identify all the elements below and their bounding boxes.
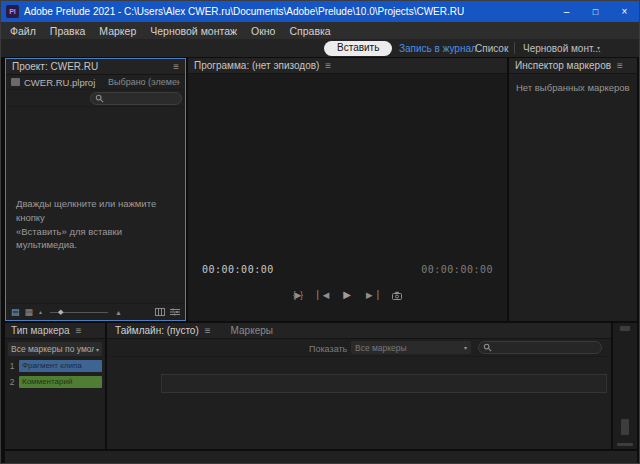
project-panel-header: Проект: CWER.RU ≡	[6, 59, 185, 75]
workspace-overflow-chevron-icon[interactable]: ▾	[597, 44, 600, 51]
inspector-panel-menu-icon[interactable]: ≡	[617, 61, 623, 71]
step-forward-icon[interactable]: ▶▕	[366, 291, 377, 300]
program-panel-header: Программа: (нет эпизодов) ≡	[188, 58, 507, 74]
ingest-button[interactable]: Вставить	[324, 41, 392, 56]
search-icon	[95, 94, 104, 103]
marker-type-row[interactable]: 1 Фрагмент клипа	[8, 360, 102, 372]
marker-type-panel-header: Тип маркера ≡	[5, 323, 105, 339]
tab-timeline[interactable]: Таймлайн: (пусто)	[115, 325, 199, 336]
timeline-panel-menu-icon[interactable]: ≡	[205, 326, 211, 336]
maximize-button[interactable]: □	[581, 1, 610, 22]
project-file-row[interactable]: CWER.RU.plproj Выбрано (элемент	[6, 75, 185, 90]
status-bar	[5, 451, 637, 463]
menu-bar: Файл Правка Маркер Черновой монтаж Окно …	[1, 22, 639, 39]
marker-type-row[interactable]: 2 Комментарий	[8, 376, 102, 388]
marker-type-shortcut: 2	[8, 377, 16, 387]
horizontal-scroll-handle[interactable]	[617, 443, 633, 446]
toolbar-divider	[514, 42, 515, 54]
play-icon[interactable]: ▶	[343, 290, 351, 300]
play-in-to-out-icon[interactable]: {▶}	[293, 291, 302, 300]
marker-inspector-panel: Инспектор маркеров ≡ Нет выбранных марке…	[509, 58, 637, 321]
menu-rough-cut[interactable]: Черновой монтаж	[143, 25, 244, 37]
chevron-down-icon: ▾	[96, 346, 99, 353]
marker-type-panel-title: Тип маркера	[11, 325, 70, 336]
thumbnail-zoom-slider[interactable]: ◆	[50, 312, 108, 313]
project-search-row	[6, 90, 185, 107]
project-panel-footer: ▤ ▦ ▲ ◆ ▲	[6, 303, 185, 320]
project-file-name: CWER.RU.plproj	[24, 77, 95, 88]
project-search-input[interactable]	[90, 92, 182, 105]
marker-type-subclip[interactable]: Фрагмент клипа	[19, 360, 102, 372]
filmstrip-icon[interactable]	[155, 308, 165, 316]
timeline-search-input[interactable]	[478, 341, 602, 354]
marker-preset-dropdown[interactable]: Все маркеры по умолча... ▾	[8, 342, 102, 356]
menu-marker[interactable]: Маркер	[92, 25, 143, 37]
workspace-tab-rough-cut[interactable]: Черновой монт...	[523, 43, 601, 54]
program-panel-menu-icon[interactable]: ≡	[325, 61, 331, 71]
project-file-icon	[11, 78, 20, 86]
project-panel-title: Проект: CWER.RU	[12, 61, 98, 72]
timeline-scroll-strip	[613, 323, 637, 449]
zoom-in-icon[interactable]: ▲	[115, 309, 122, 316]
timeline-panel-header: Таймлайн: (пусто) ≡ Маркеры	[107, 323, 611, 339]
menu-help[interactable]: Справка	[282, 25, 337, 37]
thumbnail-view-icon[interactable]: ▦	[25, 308, 34, 317]
search-icon	[483, 343, 492, 352]
timeline-empty-track	[161, 374, 607, 393]
chevron-down-icon: ▾	[464, 344, 467, 351]
program-monitor-panel: Программа: (нет эпизодов) ≡ 00:00:00:00 …	[188, 58, 507, 321]
title-bar: Pl Adobe Prelude 2021 - C:\Users\Alex CW…	[1, 1, 639, 22]
workspace-toolbar: Вставить Запись в журнал Список Черновой…	[1, 39, 639, 58]
marker-type-panel-menu-icon[interactable]: ≡	[76, 326, 82, 336]
zoom-out-icon[interactable]: ▲	[38, 309, 43, 315]
marker-filter-value: Все маркеры	[355, 343, 462, 353]
menu-window[interactable]: Окно	[244, 25, 282, 37]
current-timecode[interactable]: 00:00:00:00	[202, 264, 274, 275]
close-button[interactable]: ×	[610, 1, 639, 22]
inspector-empty-message: Нет выбранных маркеров	[509, 74, 637, 101]
show-filter-label: Показать	[309, 344, 347, 354]
marker-filter-dropdown[interactable]: Все маркеры ▾	[351, 341, 471, 354]
workspace-tab-logging[interactable]: Запись в журнал	[399, 43, 477, 54]
transport-controls: {▶} ▏◀ ▶ ▶▕	[188, 290, 507, 300]
duration-timecode: 00:00:00:00	[421, 264, 493, 275]
marker-type-panel: Тип маркера ≡ Все маркеры по умолча... ▾…	[5, 323, 105, 449]
vertical-scroll-handle[interactable]	[620, 326, 630, 331]
workspace-tab-list[interactable]: Список	[475, 43, 508, 54]
timeline-panel: Таймлайн: (пусто) ≡ Маркеры Показать Все…	[107, 323, 611, 449]
zoom-slider-handle-icon[interactable]: ◆	[58, 308, 63, 315]
marker-preset-value: Все маркеры по умолча...	[11, 344, 94, 354]
app-logo-icon: Pl	[6, 5, 19, 18]
project-panel: Проект: CWER.RU ≡ CWER.RU.plproj Выбрано…	[5, 58, 186, 321]
window-controls: – □ ×	[552, 1, 639, 22]
program-panel-title: Программа: (нет эпизодов)	[194, 60, 319, 71]
marker-type-shortcut: 1	[8, 361, 16, 371]
timeline-filter-row: Показать Все маркеры ▾	[107, 339, 611, 357]
marker-type-comment[interactable]: Комментарий	[19, 376, 102, 388]
menu-edit[interactable]: Правка	[43, 25, 92, 37]
vertical-zoom-handle[interactable]	[621, 419, 629, 435]
menu-file[interactable]: Файл	[3, 25, 43, 37]
tab-markers[interactable]: Маркеры	[231, 325, 273, 336]
inspector-panel-title: Инспектор маркеров	[515, 60, 611, 71]
app-window: Pl Adobe Prelude 2021 - C:\Users\Alex CW…	[0, 0, 640, 464]
view-settings-icon[interactable]	[170, 308, 180, 316]
hint-line-1: Дважды щелкните или нажмите кнопку	[16, 197, 180, 225]
list-view-icon[interactable]: ▤	[11, 308, 20, 317]
project-panel-menu-icon[interactable]: ≡	[173, 62, 179, 72]
project-empty-hint: Дважды щелкните или нажмите кнопку «Вста…	[16, 197, 180, 252]
inspector-panel-header: Инспектор маркеров ≡	[509, 58, 637, 74]
hint-line-2: «Вставить» для вставки мультимедиа.	[16, 225, 180, 253]
export-frame-icon[interactable]	[392, 291, 402, 300]
selection-status: Выбрано (элемент	[108, 77, 180, 87]
minimize-button[interactable]: –	[552, 1, 581, 22]
step-back-icon[interactable]: ▏◀	[317, 291, 328, 300]
program-video-area: 00:00:00:00 00:00:00:00 {▶} ▏◀ ▶ ▶▕	[188, 74, 507, 321]
window-title: Adobe Prelude 2021 - C:\Users\Alex CWER.…	[24, 6, 464, 17]
